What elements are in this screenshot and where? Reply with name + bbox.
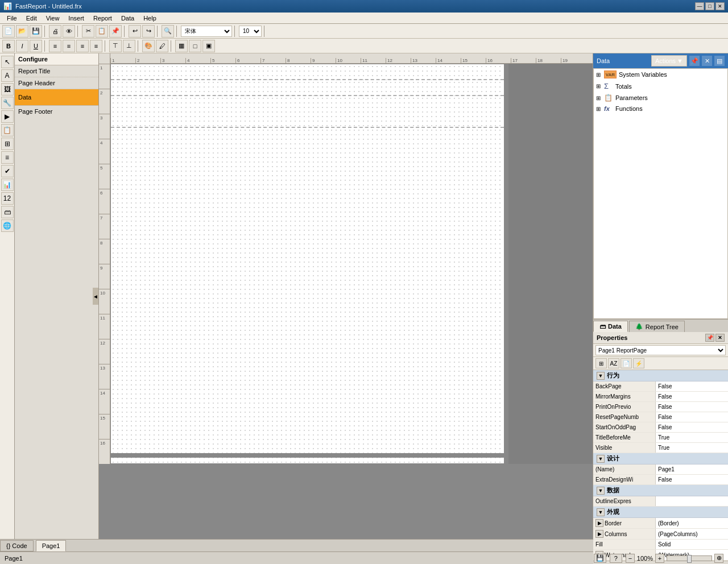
tb-bold[interactable]: B (2, 40, 15, 52)
tool-barcode[interactable]: 12 (1, 192, 14, 205)
tb-new[interactable]: 📄 (2, 25, 15, 38)
tb-line-color[interactable]: 🖊 (156, 40, 168, 52)
tb-align-justify[interactable]: ≡ (90, 40, 102, 52)
fontsize-combo[interactable]: 10 (239, 26, 262, 37)
maximize-button[interactable]: □ (705, 2, 714, 10)
menu-edit[interactable]: Edit (22, 14, 42, 23)
tab-report-tree[interactable]: 🌲 Report Tree (629, 321, 685, 332)
canvas-area[interactable]: 1 2 3 4 5 6 7 8 9 10 11 12 13 14 15 16 1… (99, 53, 593, 539)
tool-chart[interactable]: 📊 (1, 179, 14, 191)
tb-border-custom[interactable]: ▣ (202, 40, 215, 52)
tb-open[interactable]: 📂 (16, 25, 28, 38)
tool-matrix[interactable]: ≡ (1, 151, 14, 164)
tree-item-totals[interactable]: ⊞ Σ Totals (594, 80, 727, 92)
tool-select[interactable]: ↖ (1, 56, 14, 68)
tb-fill-color[interactable]: 🎨 (142, 40, 155, 52)
zoom-fit-btn[interactable]: ⊕ (714, 554, 723, 563)
tool-rtf[interactable]: 📋 (1, 124, 14, 136)
data-panel-menu-btn[interactable]: ▤ (714, 56, 725, 66)
menu-insert[interactable]: Insert (64, 14, 89, 23)
status-help-btn[interactable]: ? (610, 554, 622, 563)
tb-copy[interactable]: 📋 (96, 25, 108, 38)
props-selector[interactable]: Page1 ReportPage (595, 345, 726, 355)
band-report-title[interactable] (111, 64, 504, 80)
tree-expander-sysvar[interactable]: ⊞ (596, 72, 603, 78)
font-combo[interactable]: 宋体 (181, 26, 232, 37)
actions-button[interactable]: Actions ▼ (651, 55, 687, 67)
tb-undo[interactable]: ↩ (129, 25, 141, 38)
props-group-data-expand[interactable]: ▼ (597, 487, 605, 495)
zoom-in-btn[interactable]: + (655, 554, 664, 563)
tree-expander-params[interactable]: ⊞ (596, 95, 603, 101)
tool-shape[interactable]: ▶ (1, 110, 14, 123)
tb-underline[interactable]: U (30, 40, 42, 52)
tb-italic[interactable]: I (16, 40, 28, 52)
tab-page1[interactable]: Page1 (36, 540, 67, 551)
prop-border-expand[interactable]: ▶ (595, 519, 603, 527)
panel-collapse-btn[interactable]: ◄ (93, 288, 98, 305)
tb-find[interactable]: 🔍 (162, 25, 174, 38)
data-panel-close-btn[interactable]: ✕ (702, 56, 712, 66)
band-content[interactable] (111, 128, 504, 458)
tool-text[interactable]: A (1, 69, 14, 82)
menu-data[interactable]: Data (117, 14, 139, 23)
tb-sep7 (264, 26, 266, 37)
data-section[interactable]: Data (15, 89, 98, 105)
tree-item-sysvar[interactable]: ⊞ VAR System Variables (594, 69, 727, 80)
tool-zip[interactable]: 🗃 (1, 206, 14, 218)
band-data[interactable] (111, 96, 504, 128)
props-pin-btn[interactable]: 📌 (705, 334, 714, 342)
tree-expander-funcs[interactable]: ⊞ (596, 106, 603, 112)
menu-file[interactable]: File (2, 14, 22, 23)
tool-checkbox[interactable]: ✔ (1, 165, 14, 177)
tb-border-none[interactable]: □ (189, 40, 201, 52)
menu-help[interactable]: Help (139, 14, 161, 23)
data-tree[interactable]: ⊞ VAR System Variables ⊞ Σ Totals ⊞ 📋 Pa… (593, 68, 728, 319)
report-title-section[interactable]: Report Title (15, 65, 98, 77)
tool-table[interactable]: ⊞ (1, 138, 14, 150)
props-close-btn[interactable]: ✕ (715, 334, 725, 342)
zoom-slider[interactable] (667, 555, 712, 561)
props-tb-alpha[interactable]: AZ (608, 358, 619, 368)
menu-view[interactable]: View (42, 14, 64, 23)
tool-subreport[interactable]: 🔧 (1, 97, 14, 109)
tab-code[interactable]: {} Code (0, 540, 34, 551)
tb-border-all[interactable]: ▦ (175, 40, 188, 52)
page-header-section[interactable]: Page Header (15, 77, 98, 89)
tb-redo[interactable]: ↪ (142, 25, 155, 38)
tb-valign-top[interactable]: ⊤ (109, 40, 122, 52)
menu-report[interactable]: Report (89, 14, 117, 23)
tb-print[interactable]: 🖨 (49, 25, 61, 38)
tb-save[interactable]: 💾 (30, 25, 42, 38)
page-canvas[interactable] (110, 64, 508, 464)
tree-item-funcs[interactable]: ⊞ fx Functions (594, 103, 727, 114)
props-group-appearance-expand[interactable]: ▼ (597, 508, 605, 516)
data-panel-pin-btn[interactable]: 📌 (689, 56, 700, 66)
tb-valign-mid[interactable]: ⊥ (123, 40, 135, 52)
tree-item-params[interactable]: ⊞ 📋 Parameters (594, 92, 727, 103)
status-save-btn[interactable]: 💾 (594, 554, 606, 563)
band-page-header[interactable] (111, 80, 504, 96)
tb-align-right[interactable]: ≡ (76, 40, 89, 52)
tb-paste[interactable]: 📌 (109, 25, 122, 38)
props-tb-category[interactable]: ⊞ (595, 358, 607, 368)
tb-align-center[interactable]: ≡ (63, 40, 75, 52)
tab-data[interactable]: 🗃 Data (593, 321, 628, 332)
minimize-button[interactable]: — (695, 2, 704, 10)
close-button[interactable]: ✕ (715, 2, 725, 10)
zoom-out-btn[interactable]: − (626, 554, 635, 563)
props-group-behavior-expand[interactable]: ▼ (597, 372, 605, 380)
tb-align-left[interactable]: ≡ (49, 40, 61, 52)
page-footer-section[interactable]: Page Footer (15, 105, 98, 117)
tool-map[interactable]: 🌐 (1, 219, 14, 232)
props-tb-page[interactable]: 📄 (621, 358, 632, 368)
tool-picture[interactable]: 🖼 (1, 83, 14, 96)
props-group-design-expand[interactable]: ▼ (597, 455, 605, 463)
tb-cut[interactable]: ✂ (82, 25, 94, 38)
tree-expander-totals[interactable]: ⊞ (596, 83, 603, 89)
props-tb-events[interactable]: ⚡ (633, 358, 644, 368)
tb-preview[interactable]: 👁 (63, 25, 75, 38)
prop-columns-expand[interactable]: ▶ (595, 530, 603, 538)
ruler-v-16: 16 (99, 439, 110, 464)
tb2-sep3 (138, 40, 140, 52)
